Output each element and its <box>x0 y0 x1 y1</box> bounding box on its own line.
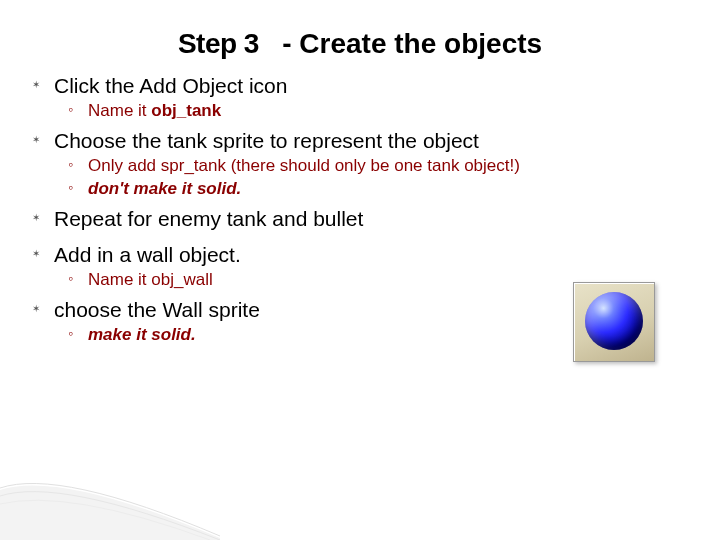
decorative-swoosh <box>0 460 220 540</box>
sub-bold-italic: make it solid. <box>88 325 196 344</box>
sub-text: Only add spr_tank (there should only be … <box>88 156 520 175</box>
bullet-item: Repeat for enemy tank and bullet <box>32 207 700 231</box>
bullet-text: Click the Add Object icon <box>54 74 287 97</box>
sub-text: Name it obj_wall <box>88 270 213 289</box>
slide-content: Click the Add Object icon Name it obj_ta… <box>0 74 720 347</box>
sub-bold: obj_tank <box>151 101 221 120</box>
title-rest: - Create the objects <box>282 28 542 59</box>
bullet-text: Choose the tank sprite to represent the … <box>54 129 479 152</box>
sub-bullet: don't make it solid. <box>68 178 700 201</box>
sub-text: Name it <box>88 101 151 120</box>
sub-bullet: Name it obj_tank <box>68 100 700 123</box>
bullet-text: Add in a wall object. <box>54 243 241 266</box>
sub-bullet: Only add spr_tank (there should only be … <box>68 155 700 178</box>
slide-title: Step 3 - Create the objects <box>0 0 720 74</box>
bullet-item: Choose the tank sprite to represent the … <box>32 129 700 201</box>
bullet-item: Click the Add Object icon Name it obj_ta… <box>32 74 700 123</box>
bullet-text: Repeat for enemy tank and bullet <box>54 207 363 230</box>
blue-sphere-icon <box>585 292 643 350</box>
bullet-text: choose the Wall sprite <box>54 298 260 321</box>
title-step: Step 3 <box>178 28 259 59</box>
sub-bold-italic: don't make it solid. <box>88 179 241 198</box>
object-tile-icon <box>573 282 655 362</box>
